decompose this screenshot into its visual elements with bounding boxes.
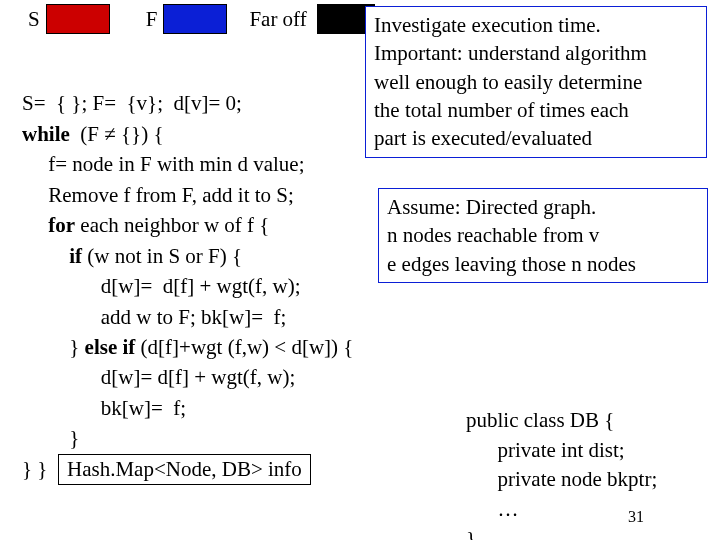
algo-line: } } <box>22 457 47 481</box>
note-line: well enough to easily determine <box>374 68 698 96</box>
legend-row: S F Far off <box>28 4 393 34</box>
algo-line: d[w]= d[f] + wgt(f, w); <box>22 274 301 298</box>
algo-line: bk[w]= f; <box>22 396 186 420</box>
page-number: 31 <box>628 508 644 526</box>
note-line: Investigate execution time. <box>374 11 698 39</box>
algo-line: } <box>22 426 79 450</box>
cls-line: private int dist; <box>466 438 625 462</box>
legend-f-label: F <box>146 7 158 32</box>
cls-line: } <box>466 527 476 540</box>
algo-line: S= { }; F= {v}; d[v]= 0; <box>22 91 242 115</box>
note-line: Important: understand algorithm <box>374 39 698 67</box>
algo-kw-elseif: else if <box>85 335 136 359</box>
cls-line: public class DB { <box>466 408 614 432</box>
swatch-f <box>163 4 227 34</box>
algo-line: (F ≠ {}) { <box>70 122 164 146</box>
algo-line: (w not in S or F) { <box>82 244 242 268</box>
algo-line: add w to F; bk[w]= f; <box>22 305 286 329</box>
algo-line: } <box>22 335 85 359</box>
algo-kw-while: while <box>22 122 70 146</box>
algo-line: each neighbor w of f { <box>75 213 269 237</box>
note-line: part is executed/evaluated <box>374 124 698 152</box>
algo-line: d[w]= d[f] + wgt(f, w); <box>22 365 295 389</box>
cls-line: private node bkptr; <box>466 467 657 491</box>
note-line: Assume: Directed graph. <box>387 193 699 221</box>
note-line: the total number of times each <box>374 96 698 124</box>
algo-kw-if: if <box>22 244 82 268</box>
algo-line: (d[f]+wgt (f,w) < d[w]) { <box>135 335 353 359</box>
cls-line: … <box>466 497 519 521</box>
note-line: n nodes reachable from v <box>387 221 699 249</box>
swatch-s <box>46 4 110 34</box>
hashmap-info-text: Hash.Map<Node, DB> info <box>67 457 302 481</box>
algo-kw-for: for <box>22 213 75 237</box>
legend-far-label: Far off <box>249 7 306 32</box>
note-line: e edges leaving those n nodes <box>387 250 699 278</box>
legend-s-label: S <box>28 7 40 32</box>
hashmap-info-box: Hash.Map<Node, DB> info <box>58 454 311 485</box>
algo-line: f= node in F with min d value; <box>22 152 305 176</box>
note-box-execution-time: Investigate execution time. Important: u… <box>365 6 707 158</box>
algo-line: Remove f from F, add it to S; <box>22 183 294 207</box>
note-box-assume: Assume: Directed graph. n nodes reachabl… <box>378 188 708 283</box>
algorithm-code: S= { }; F= {v}; d[v]= 0; while (F ≠ {}) … <box>22 58 353 484</box>
